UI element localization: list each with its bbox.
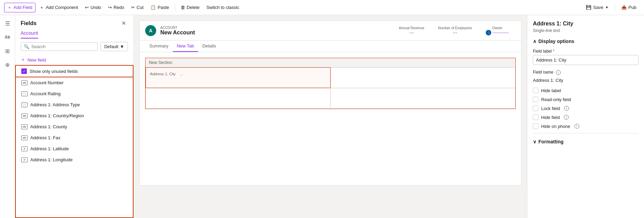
publish-button[interactable]: 📤 Pub (618, 3, 640, 11)
cell-dots: ... (180, 72, 183, 76)
save-button[interactable]: 💾 Save ▼ (582, 3, 612, 11)
search-box: 🔍 (21, 42, 98, 51)
employees-value: --- (438, 30, 472, 35)
publish-icon: 📤 (621, 5, 627, 10)
delete-button[interactable]: 🗑 Delete (178, 3, 203, 11)
hide-phone-text: Hide on phone (541, 124, 570, 129)
empty-section-row (146, 88, 515, 109)
sidebar-menu-button[interactable]: ☰ (2, 18, 13, 29)
add-field-button[interactable]: ＋ Add Field (4, 3, 35, 12)
redo-icon: ↪ (108, 5, 112, 10)
hide-field-checkbox[interactable] (533, 115, 538, 120)
account-type-label: ACCOUNT (160, 26, 395, 30)
field-label-input[interactable] (533, 55, 638, 65)
chevron-up-icon: ∧ (533, 39, 536, 44)
hide-label-checkbox[interactable] (533, 88, 538, 93)
empty-cell-2[interactable] (146, 88, 331, 109)
list-item[interactable]: ab Address 1: County (16, 121, 133, 132)
readonly-field-checkbox[interactable] (533, 97, 538, 102)
paste-label: Paste (158, 5, 169, 10)
show-unused-checkbox[interactable] (21, 68, 27, 74)
account-tab[interactable]: Account (21, 30, 38, 39)
field-name-value: Address 1: City (533, 78, 638, 83)
empty-cell[interactable] (331, 67, 516, 88)
tab-newtab[interactable]: New Tab (173, 41, 198, 52)
list-item[interactable]: ab Address 1: Fax (16, 132, 133, 143)
readonly-field-row: Read-only field (533, 97, 638, 102)
hide-info-icon[interactable]: i (564, 115, 569, 120)
lock-field-row: Lock field i (533, 106, 638, 111)
field-type-icon: □ (21, 102, 28, 107)
cut-label: Cut (137, 5, 143, 10)
field-label-heading: Field label * (533, 49, 638, 54)
save-icon: 💾 (586, 5, 591, 10)
sidebar-grid-button[interactable]: ⊞ (2, 45, 13, 56)
field-type-icon: # (21, 157, 28, 162)
info-icon[interactable]: i (556, 70, 561, 75)
delete-icon: 🗑 (181, 5, 185, 10)
field-name: Address 1: County (30, 124, 67, 129)
publish-label: Pub (629, 5, 636, 10)
default-dropdown-button[interactable]: Default ▼ (100, 42, 128, 51)
empty-cell-content-3 (335, 91, 511, 105)
redo-button[interactable]: ↪ Redo (105, 3, 127, 11)
add-component-button[interactable]: ＋ Add Component (37, 3, 81, 12)
lock-field-checkbox[interactable] (533, 106, 538, 111)
undo-icon: ↩ (85, 5, 89, 10)
list-item[interactable]: □ Account Rating (16, 88, 133, 99)
list-item[interactable]: ab Address 1: Country/Region (16, 110, 133, 121)
field-label-text: Field label (533, 49, 552, 54)
fields-tab: Account (15, 27, 133, 39)
show-unused-label: Show only unused fields (30, 69, 78, 74)
formatting-label: Formatting (538, 139, 564, 144)
add-field-label: Add Field (13, 5, 32, 10)
display-options-header[interactable]: ∧ Display options (533, 39, 638, 44)
list-item[interactable]: ab Account Number (16, 77, 133, 88)
field-type-icon: # (21, 146, 28, 151)
fields-header: Fields ✕ (15, 15, 133, 27)
field-name-text: Field name (533, 70, 553, 75)
tab-summary[interactable]: Summary (145, 41, 173, 52)
dropdown-label: Default (104, 44, 118, 49)
field-name: Account Rating (30, 91, 61, 96)
new-field-row[interactable]: ＋ New field (15, 55, 133, 65)
city-cell[interactable]: Address 1: City ... (146, 67, 331, 88)
list-item[interactable]: □ Address 1: Address Type (16, 99, 133, 110)
search-input[interactable] (31, 44, 95, 49)
undo-button[interactable]: ↩ Undo (82, 3, 104, 11)
phone-info-icon[interactable]: i (575, 124, 579, 129)
fields-title: Fields (21, 20, 36, 26)
delete-label: Delete (187, 5, 200, 10)
save-dropdown-icon[interactable]: ▼ (605, 6, 609, 9)
owner-value: 👤 ────── (486, 30, 509, 35)
close-fields-button[interactable]: ✕ (119, 19, 128, 27)
empty-cell-3[interactable] (331, 88, 516, 109)
city-field-label: Address 1: City (150, 72, 176, 76)
main-layout: ☰ Ab ⊞ ⊕ Fields ✕ Account 🔍 Default ▼ ＋ … (0, 15, 644, 218)
sidebar-layers-button[interactable]: ⊕ (2, 59, 13, 70)
hide-label-row: Hide label (533, 88, 638, 93)
form-tabs: Summary New Tab Details (140, 41, 521, 52)
icon-sidebar: ☰ Ab ⊞ ⊕ (0, 15, 15, 218)
lock-field-text: Lock field (541, 106, 560, 111)
form-body: New Section Address 1: City ... (140, 52, 521, 117)
chevron-down-icon: ▼ (120, 44, 124, 49)
add-component-label: Add Component (46, 5, 78, 10)
owner-label: Owner (486, 26, 509, 30)
hide-phone-checkbox[interactable] (533, 123, 538, 129)
cut-button[interactable]: ✂ Cut (128, 3, 146, 11)
list-item[interactable]: # Address 1: Latitude (16, 143, 133, 154)
right-panel: Address 1: City Single-line text ∧ Displ… (527, 15, 644, 218)
account-name: New Account (160, 30, 395, 36)
formatting-header[interactable]: ∨ Formatting (533, 138, 638, 144)
plus-icon-comp: ＋ (40, 4, 44, 11)
paste-button[interactable]: 📋 Paste (148, 3, 172, 11)
tab-details[interactable]: Details (198, 41, 220, 52)
sidebar-text-button[interactable]: Ab (2, 32, 13, 43)
lock-info-icon[interactable]: i (564, 106, 569, 111)
search-icon: 🔍 (24, 44, 29, 49)
list-item[interactable]: # Address 1: Longitude (16, 154, 133, 165)
fields-panel: Fields ✕ Account 🔍 Default ▼ ＋ New field… (15, 15, 134, 218)
switch-classic-button[interactable]: Switch to classic (204, 3, 242, 11)
switch-classic-label: Switch to classic (206, 5, 239, 10)
